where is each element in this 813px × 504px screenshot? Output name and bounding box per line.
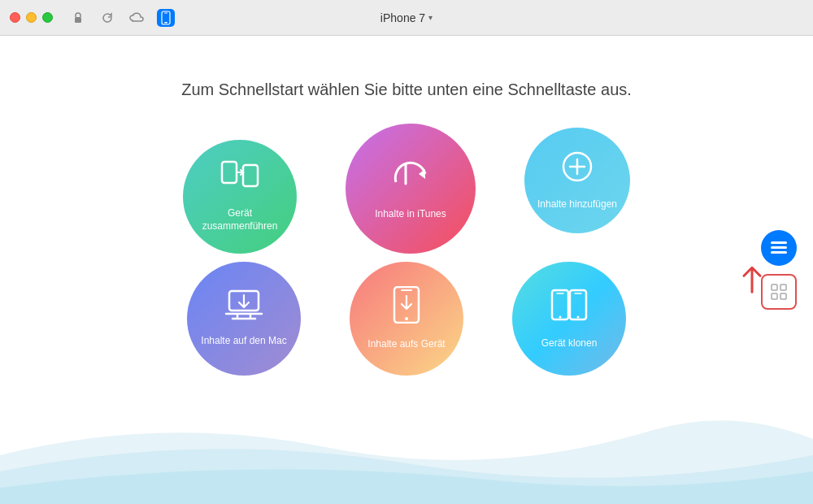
device-name: iPhone 7 — [380, 11, 425, 24]
svg-rect-5 — [243, 165, 258, 186]
circles-row-2: Inhalte auf den Mac Inhalte aufs Gerät — [187, 262, 626, 376]
svg-rect-4 — [222, 162, 237, 183]
close-button[interactable] — [10, 12, 20, 23]
minimize-button[interactable] — [26, 12, 37, 23]
circles-row-1: Gerätzusammenführen Inhalte in iTunes — [183, 140, 630, 254]
clone-device-button[interactable]: Gerät klonen — [512, 262, 626, 376]
chevron-down-icon: ▾ — [428, 13, 433, 22]
page-subtitle: Zum Schnellstart wählen Sie bitte unten … — [181, 80, 632, 99]
svg-rect-28 — [780, 285, 786, 290]
to-mac-button[interactable]: Inhalte auf den Mac — [187, 262, 301, 376]
cloud-icon[interactable] — [128, 9, 146, 27]
merge-icon — [220, 160, 259, 202]
to-mac-label: Inhalte auf den Mac — [193, 334, 294, 348]
refresh-icon[interactable] — [98, 9, 116, 27]
svg-rect-3 — [164, 12, 167, 13]
traffic-lights — [10, 12, 53, 23]
clone-label: Gerät klonen — [533, 337, 606, 350]
music-icon — [389, 156, 432, 203]
grid-view-button[interactable] — [761, 274, 797, 310]
svg-rect-29 — [772, 293, 777, 299]
svg-rect-30 — [780, 293, 786, 299]
itunes-button[interactable]: Inhalte in iTunes — [346, 124, 476, 254]
svg-point-20 — [559, 316, 562, 319]
lock-icon[interactable] — [69, 9, 87, 27]
right-panel — [761, 230, 797, 310]
svg-rect-0 — [75, 17, 81, 23]
main-content: Zum Schnellstart wählen Sie bitte unten … — [0, 36, 813, 504]
svg-rect-27 — [772, 285, 777, 290]
merge-devices-button[interactable]: Gerätzusammenführen — [183, 140, 297, 254]
svg-rect-21 — [570, 290, 586, 319]
to-device-label: Inhalte aufs Gerät — [359, 337, 453, 351]
arrow-indicator — [740, 266, 764, 304]
svg-rect-2 — [164, 22, 167, 24]
to-device-icon — [392, 286, 421, 332]
svg-point-17 — [405, 317, 408, 320]
clone-icon — [550, 287, 588, 332]
to-device-button[interactable]: Inhalte aufs Gerät — [350, 262, 463, 376]
quickstart-circles: Gerätzusammenführen Inhalte in iTunes — [183, 140, 630, 376]
itunes-label: Inhalte in iTunes — [367, 207, 454, 221]
svg-rect-24 — [771, 241, 787, 244]
maximize-button[interactable] — [42, 12, 53, 23]
svg-rect-26 — [771, 251, 787, 254]
svg-point-23 — [577, 316, 580, 319]
svg-rect-18 — [552, 290, 568, 319]
wave-decoration — [0, 374, 813, 504]
add-content-button[interactable]: Inhalte hinzufügen — [524, 128, 630, 233]
merge-label: Gerätzusammenführen — [194, 206, 286, 234]
device-icon[interactable] — [157, 9, 175, 27]
toolbar-icons — [69, 9, 175, 27]
svg-rect-25 — [771, 246, 787, 249]
titlebar: iPhone 7 ▾ — [0, 0, 813, 36]
top-right-button[interactable] — [761, 230, 797, 266]
add-icon — [560, 150, 594, 193]
device-title[interactable]: iPhone 7 ▾ — [380, 11, 433, 24]
add-content-label: Inhalte hinzufügen — [529, 198, 625, 211]
to-mac-icon — [224, 289, 263, 329]
